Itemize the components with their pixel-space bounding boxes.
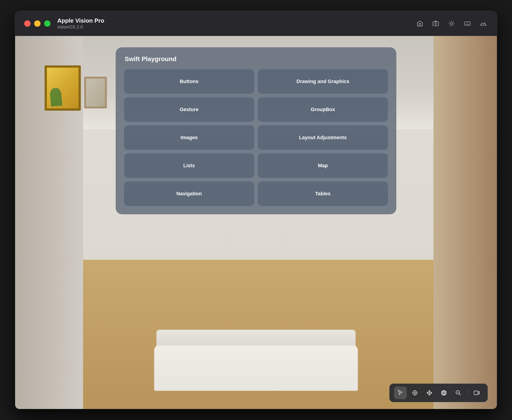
grid-item-drawing-graphics[interactable]: Drawing and Graphics [258,69,388,94]
svg-point-1 [435,23,437,25]
grid-item-buttons[interactable]: Buttons [124,69,254,94]
svg-line-8 [453,25,454,26]
video-tool-button[interactable] [470,387,483,399]
grid-item-label-layout-adjustments: Layout Adjustments [299,135,347,141]
sofa [154,345,358,391]
traffic-lights [24,20,51,27]
svg-rect-0 [433,22,439,26]
grid-item-label-tables: Tables [315,191,331,197]
maximize-button[interactable] [44,20,51,27]
grid-item-label-buttons: Buttons [180,79,198,84]
wall-painting-2 [84,77,107,108]
wall-painting-1 [45,65,81,111]
svg-point-2 [451,22,453,25]
app-title: Apple Vision Pro [57,17,104,24]
bottom-toolbar [389,383,488,402]
move-tool-button[interactable] [423,387,436,399]
grid-item-images[interactable]: Images [124,125,254,150]
grid-container: Buttons Drawing and Graphics Gesture Gro… [124,69,388,206]
content-area: Swift Playground Buttons Drawing and Gra… [15,36,497,409]
target-tool-button[interactable] [408,387,421,399]
svg-line-7 [449,21,450,22]
toolbar-separator [467,389,468,397]
cursor-tool-button[interactable] [394,387,407,399]
grid-item-label-map: Map [318,163,328,169]
svg-line-10 [453,21,454,22]
home-icon[interactable] [415,19,424,28]
grid-item-label-groupbox: GroupBox [311,107,335,112]
keyboard-icon[interactable] [463,19,472,28]
grid-item-layout-adjustments[interactable]: Layout Adjustments [258,125,388,150]
grid-item-label-navigation: Navigation [176,191,202,197]
grid-item-label-lists: Lists [183,163,195,169]
grid-item-label-gesture: Gesture [180,107,198,112]
grid-item-navigation[interactable]: Navigation [124,181,254,206]
close-button[interactable] [24,20,30,27]
minimize-button[interactable] [34,20,40,27]
grid-item-tables[interactable]: Tables [258,181,388,206]
grid-item-groupbox[interactable]: GroupBox [258,97,388,122]
playground-panel: Swift Playground Buttons Drawing and Gra… [116,47,396,214]
grid-item-label-images: Images [181,135,198,141]
grid-item-map[interactable]: Map [258,153,388,178]
app-info: Apple Vision Pro visionOS 2.0 [57,17,104,30]
camera-icon[interactable] [431,19,440,28]
svg-rect-34 [474,391,478,395]
zoom-tool-button[interactable] [452,387,465,399]
svg-point-18 [413,391,417,395]
svg-line-32 [459,394,461,395]
titlebar: Apple Vision Pro visionOS 2.0 [15,11,497,36]
sunburst-icon[interactable] [447,19,456,28]
grid-item-label-drawing-graphics: Drawing and Graphics [296,79,349,84]
svg-point-19 [414,392,416,394]
titlebar-icons [415,19,488,28]
grid-item-lists[interactable]: Lists [124,153,254,178]
globe-tool-button[interactable] [437,387,450,399]
grid-item-gesture[interactable]: Gesture [124,97,254,122]
landscape-icon[interactable] [479,19,488,28]
main-window: Apple Vision Pro visionOS 2.0 [15,11,497,409]
panel-title: Swift Playground [124,55,388,63]
svg-rect-11 [465,22,470,25]
svg-line-9 [449,25,450,26]
app-subtitle: visionOS 2.0 [57,24,104,30]
